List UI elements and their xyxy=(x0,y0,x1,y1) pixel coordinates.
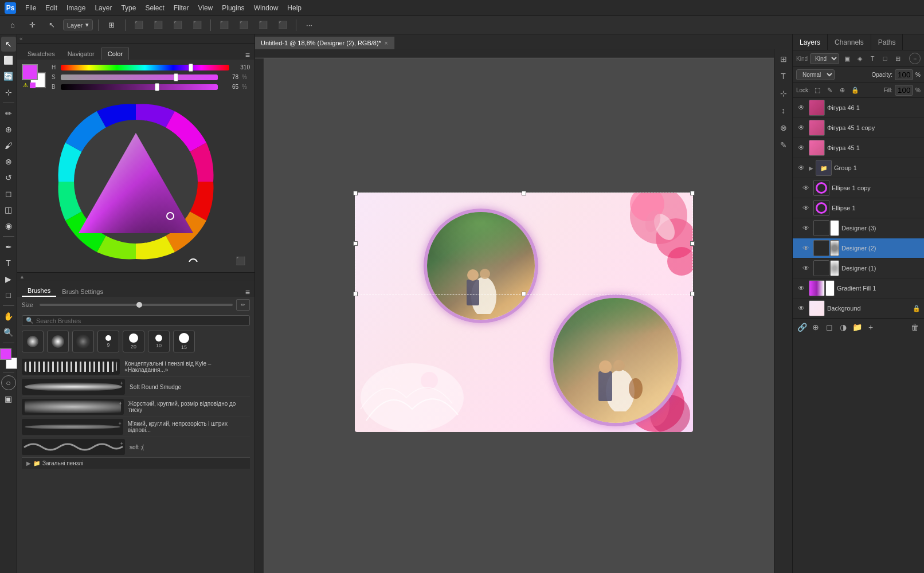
fg-color-preview[interactable] xyxy=(22,64,38,80)
brush-folder[interactable]: ▶ 📁 Загальні пензлі xyxy=(22,457,250,469)
menu-plugins[interactable]: Plugins xyxy=(222,4,244,12)
menu-select[interactable]: Select xyxy=(145,4,164,12)
clone-tool[interactable]: ⊗ xyxy=(1,154,16,169)
lock-position-btn[interactable]: ✎ xyxy=(825,85,835,96)
hand-tool[interactable]: ✋ xyxy=(1,309,16,324)
gradient-tool[interactable]: ◫ xyxy=(1,202,16,217)
add-style-btn[interactable]: ⊕ xyxy=(810,321,821,333)
layer-background[interactable]: 👁 Background 🔒 xyxy=(793,299,924,319)
brush-size-track[interactable] xyxy=(40,304,233,306)
brush-item-5[interactable]: + soft ;( xyxy=(22,437,250,457)
fg-color-swatch[interactable] xyxy=(0,348,11,360)
tab-brushes[interactable]: Brushes xyxy=(22,285,56,297)
brushes-collapse-bar[interactable]: ▲ xyxy=(17,273,255,281)
brush-size-edit-btn[interactable]: ✏ xyxy=(236,299,250,311)
add-mask-btn[interactable]: ◻ xyxy=(824,321,835,333)
healing-tool[interactable]: ⊕ xyxy=(1,122,16,137)
canvas-tab-1[interactable]: Untitled-1 @ 18,8% (Designer (2), RGB/8)… xyxy=(255,37,394,49)
new-group-btn[interactable]: 📁 xyxy=(851,321,863,333)
selection-tool[interactable]: ⬜ xyxy=(1,53,16,68)
color-wheel-container[interactable]: ⬛ xyxy=(22,96,250,268)
color-panel-menu[interactable]: ≡ xyxy=(245,50,250,60)
move-tool-btn[interactable]: ✛ xyxy=(24,18,40,32)
filter-shape-btn[interactable]: □ xyxy=(879,53,891,64)
lock-all-btn[interactable]: 🔒 xyxy=(850,85,860,96)
s-slider-track[interactable] xyxy=(61,74,218,80)
menu-window[interactable]: Window xyxy=(254,4,279,12)
align-top-btn[interactable]: ⬛ xyxy=(189,18,205,32)
align-right-btn[interactable]: ⬛ xyxy=(170,18,186,32)
brush-add-btn-1[interactable]: + xyxy=(115,360,118,366)
layer-designer-2[interactable]: 👁 Designer (2) xyxy=(793,238,924,258)
hue-selector-dot[interactable] xyxy=(189,259,197,262)
brush-add-btn-4[interactable]: + xyxy=(118,421,121,426)
brush-search-input[interactable] xyxy=(36,317,246,324)
distribute4-btn[interactable]: ⬛ xyxy=(275,18,291,32)
vis-icon-45c[interactable]: 👁 xyxy=(796,123,806,133)
vis-icon-ellipse[interactable]: 👁 xyxy=(801,203,811,213)
screen-mode-btn[interactable]: ▣ xyxy=(1,391,16,406)
path-selection-tool[interactable]: ▶ xyxy=(1,272,16,286)
align-center-btn[interactable]: ⬛ xyxy=(150,18,166,32)
layer-figuro-46[interactable]: 👁 Фігура 46 1 xyxy=(793,98,924,118)
menu-type[interactable]: Type xyxy=(121,4,136,12)
link-layers-btn[interactable]: 🔗 xyxy=(796,321,808,333)
group-arrow-icon[interactable]: ▶ xyxy=(809,165,813,171)
distribute2-btn[interactable]: ⬛ xyxy=(236,18,252,32)
grid-btn[interactable]: ⊞ xyxy=(104,18,120,32)
filter-adjustment-btn[interactable]: ◈ xyxy=(854,53,866,64)
h-slider-track[interactable] xyxy=(61,65,229,70)
vis-icon-d3[interactable]: 👁 xyxy=(801,223,811,233)
menu-help[interactable]: Help xyxy=(287,4,302,12)
zoom-tool[interactable]: 🔍 xyxy=(1,325,16,340)
canvas-area[interactable]: Untitled-1 @ 18,8% (Designer (2), RGB/8)… xyxy=(255,34,792,573)
tab-paths[interactable]: Paths xyxy=(871,34,903,50)
layer-ellipse-1-copy[interactable]: 👁 Ellipse 1 copy xyxy=(793,178,924,198)
vis-icon-group[interactable]: 👁 xyxy=(796,163,806,173)
vis-icon-46[interactable]: 👁 xyxy=(796,103,806,113)
layer-gradient-fill[interactable]: 👁 Gradient Fill 1 xyxy=(793,278,924,299)
shape-tool[interactable]: □ xyxy=(1,288,16,303)
home-btn[interactable]: ⌂ xyxy=(5,18,21,32)
lasso-tool[interactable]: 🔄 xyxy=(1,69,16,84)
distribute3-btn[interactable]: ⬛ xyxy=(255,18,271,32)
collapse-panel-btn[interactable]: « xyxy=(19,36,23,42)
layer-figuro-45-copy[interactable]: 👁 Фігура 45 1 copy xyxy=(793,118,924,138)
layer-group-1[interactable]: 👁 ▶ 📁 Group 1 xyxy=(793,158,924,178)
filter-smart-btn[interactable]: ⊞ xyxy=(892,53,903,64)
layer-designer-3[interactable]: 👁 Designer (3) xyxy=(793,218,924,238)
pen-tool[interactable]: ✒ xyxy=(1,240,16,254)
b-slider-thumb[interactable] xyxy=(155,83,159,91)
layer-designer-1[interactable]: 👁 Designer (1) xyxy=(793,258,924,278)
eyedropper-tool[interactable]: ✏ xyxy=(1,106,16,121)
layer-figuro-45[interactable]: 👁 Фігура 45 1 xyxy=(793,138,924,158)
brush-preset-2[interactable] xyxy=(47,331,69,352)
blending-mode-dropdown[interactable]: Normal xyxy=(796,69,835,80)
tab-navigator[interactable]: Navigator xyxy=(62,48,100,60)
menu-filter[interactable]: Filter xyxy=(174,4,189,12)
fill-input[interactable] xyxy=(895,85,913,96)
brush-tool[interactable]: 🖌 xyxy=(1,138,16,153)
filter-pixel-btn[interactable]: ▣ xyxy=(841,53,853,64)
move-tool[interactable]: ↖ xyxy=(1,37,16,52)
brush-preset-3[interactable] xyxy=(72,331,94,352)
lock-artboards-btn[interactable]: ⊕ xyxy=(837,85,848,96)
h-slider-thumb[interactable] xyxy=(189,64,193,72)
adjustment-layer-btn[interactable]: ◑ xyxy=(837,321,849,333)
brush-item-4[interactable]: + М'який, круглий, непрозорість і штрих … xyxy=(22,417,250,437)
vis-icon-bg[interactable]: 👁 xyxy=(796,303,806,313)
quick-mask-btn[interactable]: ○ xyxy=(1,375,16,390)
tab-swatches[interactable]: Swatches xyxy=(22,48,61,60)
brush-item-2[interactable]: + Soft Round Smudge xyxy=(22,377,250,397)
brush-add-btn-3[interactable]: + xyxy=(119,401,122,406)
opacity-input[interactable] xyxy=(895,69,913,80)
brush-item-3[interactable]: + Жорсткий, круглий, розмір відповідно д… xyxy=(22,397,250,417)
vis-icon-d2[interactable]: 👁 xyxy=(801,243,811,253)
lock-pixels-btn[interactable]: ⬚ xyxy=(812,85,823,96)
b-slider-track[interactable] xyxy=(61,84,218,90)
blur-tool[interactable]: ◉ xyxy=(1,218,16,233)
menu-layer[interactable]: Layer xyxy=(95,4,112,12)
layer-ellipse-1[interactable]: 👁 Ellipse 1 xyxy=(793,198,924,218)
canvas-tab-close[interactable]: × xyxy=(385,40,388,46)
s-slider-thumb[interactable] xyxy=(174,73,178,81)
